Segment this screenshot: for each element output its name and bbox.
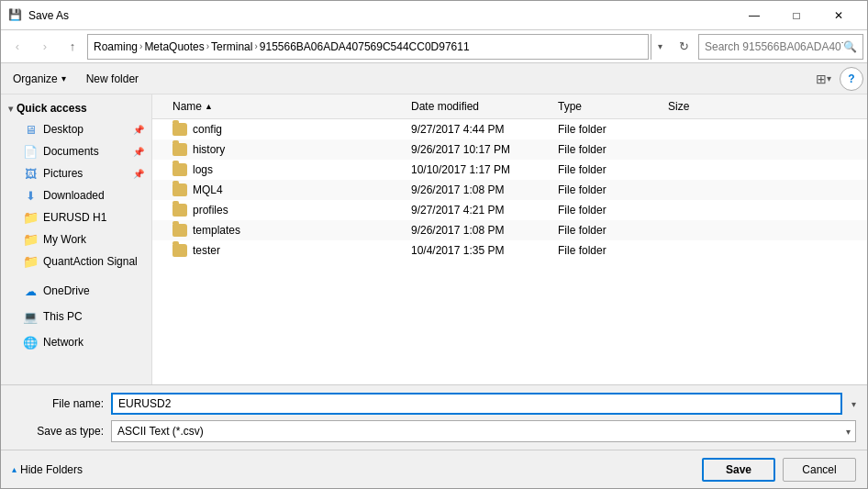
col-header-size[interactable]: Size — [662, 96, 736, 117]
sidebar-item-pictures[interactable]: 🖼 Pictures 📌 — [1, 162, 151, 184]
file-size-cell — [662, 220, 736, 240]
sidebar-item-quantaction[interactable]: 📁 QuantAction Signal — [1, 250, 151, 272]
sort-arrow-icon: ▲ — [205, 102, 213, 111]
new-folder-button[interactable]: New folder — [78, 67, 147, 91]
table-row[interactable]: tester 10/4/2017 1:35 PM File folder — [152, 240, 867, 261]
folder-icon-small — [172, 204, 187, 217]
file-name-text: tester — [193, 244, 220, 257]
maximize-button[interactable]: □ — [775, 1, 818, 30]
close-button[interactable]: ✕ — [818, 1, 860, 30]
table-row[interactable]: history 9/26/2017 10:17 PM File folder — [152, 139, 867, 160]
thispc-label: This PC — [43, 310, 83, 323]
file-name-cell: MQL4 — [167, 180, 406, 200]
dialog-title: Save As — [28, 9, 733, 22]
filetype-row: Save as type: ASCII Text (*.csv) ▾ — [12, 420, 856, 442]
search-input[interactable] — [705, 40, 843, 53]
col-size-label: Size — [668, 100, 689, 113]
file-date-cell: 9/26/2017 10:17 PM — [406, 139, 552, 160]
file-size-cell — [662, 200, 736, 220]
sidebar-item-thispc[interactable]: 💻 This PC — [1, 306, 151, 328]
cancel-button[interactable]: Cancel — [783, 458, 856, 482]
file-date-cell: 9/27/2017 4:44 PM — [406, 119, 552, 139]
sidebar-item-onedrive[interactable]: ☁ OneDrive — [1, 280, 151, 302]
file-name-text: history — [193, 143, 225, 156]
folder-icon-small — [172, 183, 187, 196]
table-row[interactable]: config 9/27/2017 4:44 PM File folder — [152, 119, 867, 139]
main-area: ▾ Quick access 🖥 Desktop 📌 📄 Documents 📌… — [1, 94, 867, 384]
file-type-cell: File folder — [552, 200, 662, 220]
folder-icon-small — [172, 163, 187, 176]
file-name-text: templates — [193, 224, 240, 237]
save-button[interactable]: Save — [702, 458, 775, 482]
sidebar-item-downloaded[interactable]: ⬇ Downloaded — [1, 184, 151, 206]
search-box[interactable]: 🔍 — [698, 34, 863, 60]
view-toggle-button[interactable]: ⊞ ▾ — [810, 67, 836, 91]
sidebar-item-desktop[interactable]: 🖥 Desktop 📌 — [1, 118, 151, 140]
col-header-date[interactable]: Date modified — [406, 96, 552, 117]
file-name-text: profiles — [193, 204, 228, 217]
sidebar-item-eurusd[interactable]: 📁 EURUSD H1 — [1, 206, 151, 228]
save-label: Save — [726, 463, 751, 476]
onedrive-icon: ☁ — [23, 283, 38, 298]
file-type-cell: File folder — [552, 119, 662, 139]
col-header-name[interactable]: Name ▲ — [167, 96, 406, 117]
mywork-label: My Work — [43, 233, 86, 246]
pictures-icon: 🖼 — [23, 166, 38, 181]
sidebar-item-mywork[interactable]: 📁 My Work — [1, 228, 151, 250]
file-date-cell: 9/26/2017 1:08 PM — [406, 220, 552, 240]
table-row[interactable]: logs 10/10/2017 1:17 PM File folder — [152, 160, 867, 180]
organize-button[interactable]: Organize ▾ — [5, 67, 74, 91]
file-name-cell: history — [167, 139, 406, 160]
table-row[interactable]: profiles 9/27/2017 4:21 PM File folder — [152, 200, 867, 220]
file-type-cell: File folder — [552, 139, 662, 160]
up-button[interactable]: ↑ — [60, 34, 85, 60]
file-size-cell — [662, 240, 736, 261]
folder-icon-small — [172, 143, 187, 156]
address-bar-row: ‹ › ↑ Roaming › MetaQuotes › Terminal › … — [1, 30, 867, 63]
help-button[interactable]: ? — [840, 67, 863, 91]
back-button[interactable]: ‹ — [5, 34, 30, 60]
filetype-select[interactable]: ASCII Text (*.csv) — [111, 420, 856, 442]
mywork-folder-icon: 📁 — [23, 232, 38, 247]
quick-access-header[interactable]: ▾ Quick access — [1, 98, 151, 118]
desktop-pin-icon: 📌 — [133, 125, 144, 135]
address-dropdown[interactable]: ▾ — [651, 34, 669, 60]
col-type-label: Type — [558, 100, 582, 113]
folder-icon-small — [172, 224, 187, 237]
documents-icon: 📄 — [23, 144, 38, 159]
quick-access-chevron: ▾ — [8, 104, 13, 114]
filename-input[interactable] — [111, 393, 842, 415]
table-row[interactable]: templates 9/26/2017 1:08 PM File folder — [152, 220, 867, 240]
file-type-cell: File folder — [552, 180, 662, 200]
file-name-text: logs — [193, 163, 213, 176]
table-row[interactable]: MQL4 9/26/2017 1:08 PM File folder — [152, 180, 867, 200]
dialog-icon: 💾 — [8, 8, 23, 23]
hide-folders-chevron-icon: ▴ — [12, 464, 17, 474]
desktop-label: Desktop — [43, 123, 83, 136]
view-icon: ⊞ — [816, 72, 827, 86]
file-size-cell — [662, 160, 736, 180]
file-size-cell — [662, 139, 736, 160]
downloaded-label: Downloaded — [43, 189, 105, 202]
forward-button[interactable]: › — [32, 34, 58, 60]
save-as-dialog: 💾 Save As — □ ✕ ‹ › ↑ Roaming › MetaQuot… — [0, 0, 868, 489]
address-bar[interactable]: Roaming › MetaQuotes › Terminal › 915566… — [87, 34, 649, 60]
minimize-button[interactable]: — — [733, 1, 775, 30]
toolbar-right: ⊞ ▾ ? — [810, 67, 863, 91]
thispc-icon: 💻 — [23, 309, 38, 324]
path-terminal: Terminal — [211, 40, 252, 53]
col-header-type[interactable]: Type — [552, 96, 662, 117]
refresh-button[interactable]: ↻ — [671, 34, 696, 60]
sidebar-item-documents[interactable]: 📄 Documents 📌 — [1, 140, 151, 162]
file-size-cell — [662, 119, 736, 139]
eurusd-folder-icon: 📁 — [23, 210, 38, 225]
quantaction-folder-icon: 📁 — [23, 254, 38, 269]
sidebar-item-network[interactable]: 🌐 Network — [1, 331, 151, 353]
hide-folders-button[interactable]: ▴ Hide Folders — [12, 463, 83, 476]
documents-label: Documents — [43, 145, 99, 158]
organize-label: Organize — [13, 72, 58, 85]
documents-pin-icon: 📌 — [133, 147, 144, 157]
file-name-cell: templates — [167, 220, 406, 240]
file-date-cell: 9/27/2017 4:21 PM — [406, 200, 552, 220]
filename-dropdown-icon: ▾ — [851, 399, 856, 409]
